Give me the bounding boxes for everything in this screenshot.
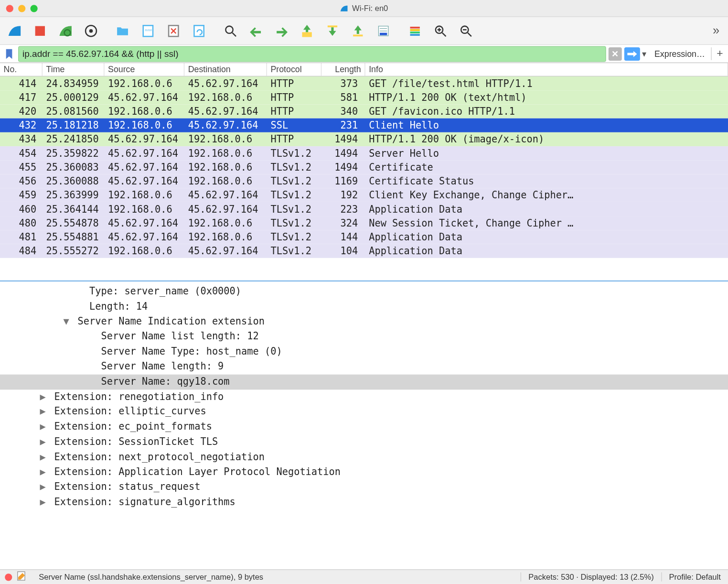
filter-apply-button[interactable] (624, 47, 640, 60)
packet-list-pane: No. Time Source Destination Protocol Len… (0, 63, 728, 281)
status-field-info: Server Name (ssl.handshake.extensions_se… (34, 573, 268, 582)
edit-capture-comment-icon[interactable] (17, 571, 27, 583)
detail-tree-line[interactable]: Server Name length: 9 (0, 359, 728, 374)
packet-row[interactable]: 45625.36008845.62.97.164192.168.0.6TLSv1… (0, 174, 728, 188)
status-bar: Server Name (ssl.handshake.extensions_se… (0, 569, 728, 584)
filter-history-dropdown[interactable]: ▾ (640, 49, 649, 58)
detail-tree-line[interactable]: ▶ Extension: elliptic_curves (0, 404, 728, 419)
colorize-button[interactable] (403, 20, 427, 42)
svg-rect-10 (302, 32, 311, 37)
detail-tree-line[interactable]: ▶ Extension: renegotiation_info (0, 389, 728, 404)
restart-capture-button[interactable] (54, 20, 78, 42)
filter-bookmark-icon[interactable] (2, 47, 16, 60)
packet-row[interactable]: 46025.364144192.168.0.645.62.97.164TLSv1… (0, 202, 728, 216)
auto-scroll-button[interactable] (371, 20, 396, 42)
packet-row[interactable]: 45425.35982245.62.97.164192.168.0.6TLSv1… (0, 146, 728, 160)
packet-list-rows[interactable]: 41424.834959192.168.0.645.62.97.164HTTP3… (0, 76, 728, 281)
detail-tree-line[interactable]: Server Name Type: host_name (0) (0, 344, 728, 359)
svg-rect-18 (410, 29, 420, 31)
col-header-length: Length (321, 63, 365, 76)
start-capture-button[interactable] (2, 20, 27, 42)
window-title: Wi-Fi: en0 (0, 4, 728, 13)
status-profile[interactable]: Profile: Default (661, 573, 728, 582)
detail-tree-line[interactable]: ▶ Extension: signature_algorithms (0, 495, 728, 509)
close-file-button[interactable] (161, 20, 186, 42)
packet-row[interactable]: 48425.555272192.168.0.645.62.97.164TLSv1… (0, 244, 728, 258)
go-back-button[interactable] (244, 20, 268, 42)
zoom-out-button[interactable] (454, 20, 478, 42)
detail-tree-line[interactable]: Type: server_name (0x0000) (0, 284, 728, 299)
svg-rect-11 (328, 25, 337, 27)
go-last-packet-button[interactable] (346, 20, 370, 42)
detail-tree-line[interactable]: ▶ Extension: status_request (0, 480, 728, 495)
packet-row[interactable]: 48025.55487845.62.97.164192.168.0.6TLSv1… (0, 216, 728, 230)
status-packet-count: Packets: 530 · Displayed: 13 (2.5%) (521, 573, 661, 582)
detail-tree-line[interactable]: ▶ Extension: next_protocol_negotiation (0, 450, 728, 465)
col-header-protocol: Protocol (267, 63, 321, 76)
zoom-window-button[interactable] (31, 5, 38, 12)
find-packet-button[interactable] (218, 20, 243, 42)
filter-expression-button[interactable]: Expression… (648, 49, 711, 58)
filter-clear-button[interactable]: ✕ (608, 47, 621, 60)
go-first-packet-button[interactable] (321, 20, 345, 42)
detail-tree-line[interactable]: ▶ Extension: SessionTicket TLS (0, 434, 728, 449)
packet-detail-pane[interactable]: Type: server_name (0x0000) Length: 14 ▼ … (0, 281, 728, 569)
packet-row[interactable]: 45925.363999192.168.0.645.62.97.164TLSv1… (0, 188, 728, 202)
go-to-packet-button[interactable] (295, 20, 319, 42)
svg-rect-20 (410, 33, 420, 35)
detail-tree-line[interactable]: ▶ Extension: Application Layer Protocol … (0, 465, 728, 479)
filter-add-button[interactable]: + (711, 47, 728, 60)
packet-row[interactable]: 41725.00012945.62.97.164192.168.0.6HTTP5… (0, 90, 728, 104)
svg-point-3 (89, 29, 93, 32)
packet-row[interactable]: 41424.834959192.168.0.645.62.97.164HTTP3… (0, 76, 728, 90)
packet-row[interactable]: 43425.24185045.62.97.164192.168.0.6HTTP1… (0, 132, 728, 146)
svg-line-26 (468, 32, 471, 36)
svg-rect-19 (410, 31, 420, 33)
packet-row[interactable]: 45525.36008345.62.97.164192.168.0.6TLSv1… (0, 160, 728, 174)
packet-row[interactable]: 48125.55488145.62.97.164192.168.0.6TLSv1… (0, 230, 728, 244)
main-toolbar: 01010 » (0, 17, 728, 45)
zoom-in-button[interactable] (428, 20, 453, 42)
save-file-button[interactable]: 01010 (136, 20, 160, 42)
titlebar: Wi-Fi: en0 (0, 0, 728, 17)
close-window-button[interactable] (6, 5, 13, 12)
col-header-no: No. (0, 63, 43, 76)
go-forward-button[interactable] (269, 20, 294, 42)
detail-tree-line[interactable]: Server Name list length: 12 (0, 329, 728, 344)
svg-text:01010: 01010 (145, 28, 152, 31)
wireshark-fin-icon (340, 4, 349, 12)
packet-row[interactable]: 43225.181218192.168.0.645.62.97.164SSL23… (0, 119, 728, 132)
svg-line-9 (232, 32, 236, 36)
capture-options-button[interactable] (79, 20, 103, 42)
col-header-info: Info (365, 63, 728, 76)
display-filter-input[interactable] (18, 46, 606, 62)
packet-row[interactable]: 42025.081560192.168.0.645.62.97.164HTTP3… (0, 104, 728, 118)
packet-list-header[interactable]: No. Time Source Destination Protocol Len… (0, 63, 728, 76)
svg-rect-12 (353, 34, 363, 36)
svg-point-8 (225, 26, 233, 33)
detail-tree-line[interactable]: Server Name: qgy18.com (0, 374, 728, 389)
minimize-window-button[interactable] (18, 5, 25, 12)
stop-capture-button[interactable] (28, 20, 52, 42)
reload-file-button[interactable] (187, 20, 211, 42)
open-file-button[interactable] (110, 20, 135, 42)
svg-rect-16 (380, 32, 387, 35)
col-header-destination: Destination (184, 63, 267, 76)
col-header-time: Time (43, 63, 105, 76)
col-header-source: Source (104, 63, 184, 76)
svg-rect-17 (410, 26, 420, 28)
expert-info-icon[interactable] (5, 573, 12, 581)
svg-rect-0 (35, 26, 45, 35)
svg-line-22 (442, 32, 446, 36)
svg-rect-7 (194, 25, 203, 36)
detail-tree-line[interactable]: ▼ Server Name Indication extension (0, 314, 728, 329)
detail-tree-line[interactable]: Length: 14 (0, 299, 728, 314)
detail-tree-line[interactable]: ▶ Extension: ec_point_formats (0, 420, 728, 434)
filter-bar: ✕ ▾ Expression… + (0, 45, 728, 63)
toolbar-overflow-button[interactable]: » (707, 24, 726, 38)
